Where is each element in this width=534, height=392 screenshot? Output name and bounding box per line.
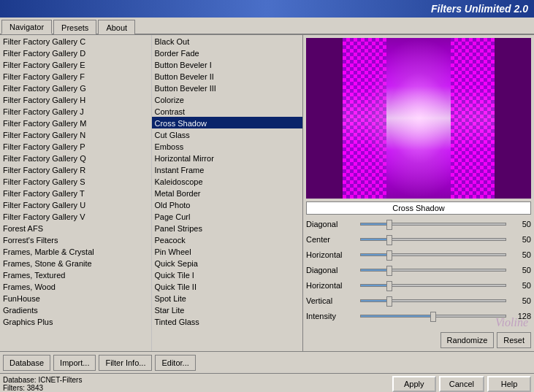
list-item[interactable]: Filter Factory Gallery J xyxy=(0,105,151,117)
filters-info: Filters: 3843 xyxy=(3,384,82,392)
slider-thumb-2[interactable] xyxy=(386,250,392,261)
list-item[interactable]: Filter Factory Gallery E xyxy=(0,58,151,70)
list-item[interactable]: Panel Stripes xyxy=(152,222,303,234)
slider-value-0: 50 xyxy=(509,220,531,228)
list-item[interactable]: Star Lite xyxy=(152,304,303,315)
slider-fill-0 xyxy=(361,223,389,225)
bottom-toolbar: Database Import... Filter Info... Editor… xyxy=(0,351,534,373)
list-item[interactable]: Colorize xyxy=(152,93,303,105)
list-item[interactable]: Filter Factory Gallery M xyxy=(0,117,151,128)
list-item[interactable]: Filter Factory Gallery U xyxy=(0,199,151,210)
filters-value: 3843 xyxy=(27,384,43,392)
list-item[interactable]: Frames, Stone & Granite xyxy=(0,257,151,269)
list-item[interactable]: Peacock xyxy=(152,234,303,245)
tab-presets[interactable]: Presets xyxy=(53,20,96,34)
list-item[interactable]: Filter Factory Gallery G xyxy=(0,82,151,93)
slider-fill-3 xyxy=(361,269,389,271)
tab-bar: Navigator Presets About xyxy=(0,18,534,35)
slider-row: Diagonal 50 xyxy=(306,264,531,277)
list-item[interactable]: Old Photo xyxy=(152,199,303,210)
main-content: Filter Factory Gallery CFilter Factory G… xyxy=(0,35,534,351)
list-item[interactable]: Cross Shadow xyxy=(152,117,303,128)
tab-about[interactable]: About xyxy=(98,20,135,34)
slider-fill-1 xyxy=(361,239,389,240)
list-item[interactable]: Black Out xyxy=(152,35,303,47)
slider-track-5[interactable] xyxy=(360,299,506,302)
list-item[interactable]: Quick Sepia xyxy=(152,257,303,269)
list-item[interactable]: Instant Frame xyxy=(152,164,303,175)
slider-label-3: Diagonal xyxy=(306,266,357,274)
list-item[interactable]: Graphics Plus xyxy=(0,315,151,327)
list-item[interactable]: Forrest's Filters xyxy=(0,234,151,245)
watermark: Violine xyxy=(306,316,531,329)
list-item[interactable]: Border Fade xyxy=(152,47,303,58)
list-item[interactable]: Forest AFS xyxy=(0,222,151,234)
list-item[interactable]: Spot Lite xyxy=(152,292,303,304)
slider-row: Diagonal 50 xyxy=(306,218,531,231)
list-item[interactable]: Filter Factory Gallery Q xyxy=(0,152,151,164)
slider-label-2: Horizontal xyxy=(306,250,357,259)
apply-button[interactable]: Apply xyxy=(392,376,436,392)
slider-track-6[interactable] xyxy=(360,315,506,318)
slider-label-5: Vertical xyxy=(306,296,357,305)
list-item[interactable]: Filter Factory Gallery F xyxy=(0,70,151,82)
right-panel: Cross Shadow Diagonal 50 Center 50 Horiz… xyxy=(303,35,534,351)
editor-button[interactable]: Editor... xyxy=(155,355,195,371)
slider-thumb-4[interactable] xyxy=(386,281,392,291)
randomize-button[interactable]: Randomize xyxy=(440,332,495,348)
filter-list[interactable]: Black OutBorder FadeButton Beveler IButt… xyxy=(152,35,303,351)
list-item[interactable]: Pin Wheel xyxy=(152,245,303,257)
list-item[interactable]: Button Beveler I xyxy=(152,58,303,70)
list-item[interactable]: Frames, Marble & Crystal xyxy=(0,245,151,257)
slider-fill-2 xyxy=(361,254,389,255)
slider-track-0[interactable] xyxy=(360,223,506,226)
slider-track-1[interactable] xyxy=(360,238,506,241)
list-item[interactable]: Tinted Glass xyxy=(152,315,303,327)
list-item[interactable]: Gradients xyxy=(0,304,151,315)
list-item[interactable]: Kaleidoscope xyxy=(152,175,303,187)
help-button[interactable]: Help xyxy=(487,376,531,392)
list-item[interactable]: Page Curl xyxy=(152,210,303,222)
list-item[interactable]: Filter Factory Gallery S xyxy=(0,175,151,187)
list-item[interactable]: FunHouse xyxy=(0,292,151,304)
list-item[interactable]: Button Beveler III xyxy=(152,82,303,93)
list-item[interactable]: Filter Factory Gallery V xyxy=(0,210,151,222)
list-item[interactable]: Filter Factory Gallery H xyxy=(0,93,151,105)
slider-value-4: 50 xyxy=(509,281,531,290)
tab-navigator[interactable]: Navigator xyxy=(1,20,52,34)
list-item[interactable]: Filter Factory Gallery C xyxy=(0,35,151,47)
filter-info-button[interactable]: Filter Info... xyxy=(99,355,152,371)
slider-thumb-3[interactable] xyxy=(386,266,392,276)
checker-pattern-right xyxy=(451,38,495,199)
cancel-button[interactable]: Cancel xyxy=(439,376,484,392)
category-list[interactable]: Filter Factory Gallery CFilter Factory G… xyxy=(0,35,151,351)
list-item[interactable]: Button Beveler II xyxy=(152,70,303,82)
list-item[interactable]: Metal Border xyxy=(152,187,303,199)
database-button[interactable]: Database xyxy=(3,355,50,371)
list-item[interactable]: Frames, Textured xyxy=(0,269,151,280)
slider-track-3[interactable] xyxy=(360,269,506,272)
list-item[interactable]: Quick Tile II xyxy=(152,280,303,292)
list-item[interactable]: Filter Factory Gallery D xyxy=(0,47,151,58)
preview-dark-right xyxy=(495,38,531,199)
slider-thumb-0[interactable] xyxy=(386,220,392,230)
list-item[interactable]: Filter Factory Gallery P xyxy=(0,140,151,152)
preview-canvas xyxy=(306,38,531,199)
import-button[interactable]: Import... xyxy=(53,355,96,371)
list-item[interactable]: Filter Factory Gallery T xyxy=(0,187,151,199)
slider-thumb-6[interactable] xyxy=(430,312,436,322)
reset-button[interactable]: Reset xyxy=(497,332,531,348)
slider-thumb-5[interactable] xyxy=(386,296,392,307)
list-item[interactable]: Emboss xyxy=(152,140,303,152)
list-item[interactable]: Quick Tile I xyxy=(152,269,303,280)
list-item[interactable]: Horizontal Mirror xyxy=(152,152,303,164)
slider-value-1: 50 xyxy=(509,235,531,244)
list-item[interactable]: Cut Glass xyxy=(152,128,303,140)
slider-track-2[interactable] xyxy=(360,253,506,256)
list-item[interactable]: Frames, Wood xyxy=(0,280,151,292)
list-item[interactable]: Filter Factory Gallery R xyxy=(0,164,151,175)
list-item[interactable]: Filter Factory Gallery N xyxy=(0,128,151,140)
slider-thumb-1[interactable] xyxy=(386,235,392,245)
list-item[interactable]: Contrast xyxy=(152,105,303,117)
slider-track-4[interactable] xyxy=(360,284,506,287)
